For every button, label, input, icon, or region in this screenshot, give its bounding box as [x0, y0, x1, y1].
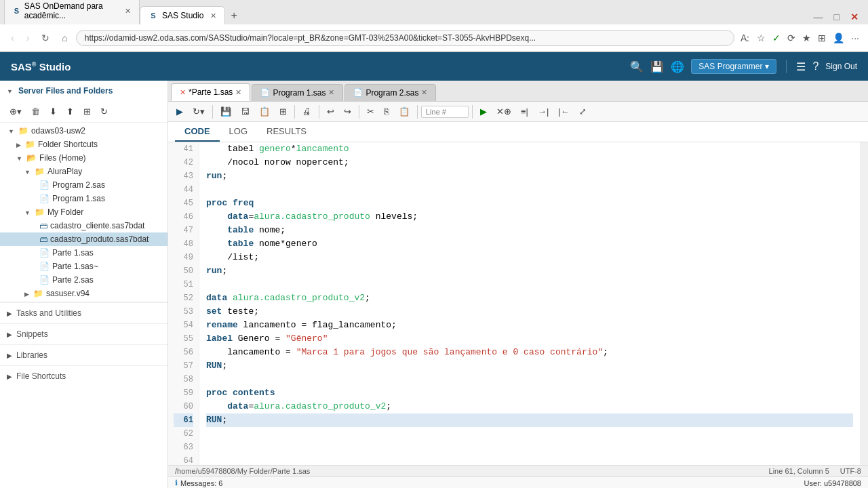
browser-tab-1-close[interactable]: ✕ [125, 7, 131, 16]
folder-shortcuts-chevron [16, 140, 22, 149]
profile-btn[interactable]: 👤 [831, 30, 846, 45]
server-files-header[interactable]: Server Files and Folders [0, 81, 167, 101]
expand-btn[interactable]: ⤢ [575, 104, 591, 119]
subtab-results[interactable]: RESULTS [257, 122, 316, 142]
server-files-label: Server Files and Folders [18, 86, 113, 96]
aluraplay-item[interactable]: 📁 AluraPlay [0, 165, 167, 178]
collections-btn[interactable]: ⊞ [816, 30, 828, 45]
address-bar[interactable]: https://odamid-usw2.oda.sas.com/SASStudi… [76, 30, 734, 46]
indent-btn[interactable]: →| [534, 104, 553, 119]
subtab-code[interactable]: CODE [175, 122, 220, 142]
star-btn[interactable]: ★ [800, 30, 813, 45]
search-icon[interactable]: 🔍 [630, 60, 644, 73]
libraries-label: Libraries [16, 350, 47, 360]
editor-tab-program2[interactable]: 📄 Program 2.sas ✕ [344, 84, 436, 101]
delete-btn[interactable]: 🗑 [27, 104, 44, 119]
run-program-btn[interactable]: ▶ [476, 104, 491, 119]
cut-btn[interactable]: ✂ [363, 104, 378, 119]
browser-tab-1[interactable]: S SAS OnDemand para acadêmic... ✕ [4, 0, 140, 24]
stop-btn[interactable]: ✕⊕ [492, 104, 515, 119]
code-content[interactable]: tabel genero*lancamento /nocol norow nop… [199, 142, 860, 465]
favorites-btn[interactable]: ☆ [755, 30, 768, 45]
snippets-section[interactable]: ▶ Snippets [0, 323, 167, 344]
upload-btn[interactable]: ⬆ [62, 104, 78, 119]
close-window-btn[interactable]: ✕ [846, 9, 863, 24]
tree-root[interactable]: 📁 odaws03-usw2 [0, 124, 167, 138]
save-as-btn[interactable]: 📋 [255, 104, 274, 119]
browser-nav-bar: ‹ › ↻ ⌂ https://odamid-usw2.oda.sas.com/… [0, 24, 868, 52]
tasks-label: Tasks and Utilities [16, 308, 81, 318]
line-number-input[interactable] [421, 106, 469, 118]
files-home-item[interactable]: 📂 Files (Home) [0, 151, 167, 165]
home-btn[interactable]: ⌂ [58, 30, 71, 45]
read-aloud-btn[interactable]: Aː [738, 30, 752, 45]
editor-tab-program1[interactable]: 📄 Program 1.sas ✕ [252, 84, 343, 101]
menu-icon[interactable]: ☰ [796, 60, 806, 73]
vertical-scrollbar[interactable] [860, 142, 868, 465]
editor-tab-parte1[interactable]: ✕ *Parte 1.sas ✕ [171, 83, 250, 101]
folder-shortcuts-item[interactable]: 📁 Folder Shortcuts [0, 138, 167, 151]
undo-btn[interactable]: ↩ [323, 104, 338, 119]
parte2-item[interactable]: 📄 Parte 2.sas [0, 273, 167, 287]
code-line-54: rename lancamento = flag_lancamento; [206, 319, 853, 332]
libraries-section[interactable]: ▶ Libraries [0, 344, 167, 365]
cadastro-cliente-item[interactable]: 🗃 cadastro_cliente.sas7bdat [0, 219, 167, 232]
my-folder-chevron [24, 207, 32, 217]
code-line-64 [206, 454, 853, 465]
aluraplay-label: AluraPlay [47, 167, 82, 176]
refresh-btn[interactable]: ↻ [37, 30, 54, 45]
sas-programmer-btn[interactable]: SAS Programmer ▾ [691, 59, 776, 74]
cadastro-produto-item[interactable]: 🗃 cadastro_produto.sas7bdat [0, 232, 167, 246]
download-btn[interactable]: ⬇ [45, 104, 61, 119]
browser-tab-2-close[interactable]: ✕ [210, 12, 216, 20]
parte1-sas-item[interactable]: 📄 Parte 1.sas [0, 246, 167, 260]
editor-tab-bar: ✕ *Parte 1.sas ✕ 📄 Program 1.sas ✕ 📄 Pro… [168, 81, 868, 102]
file-shortcuts-section[interactable]: ▶ File Shortcuts [0, 365, 167, 386]
tasks-utilities-section[interactable]: ▶ Tasks and Utilities [0, 302, 167, 323]
refresh-sidebar-btn[interactable]: ↻ [96, 104, 112, 119]
format-btn[interactable]: ≡| [517, 104, 532, 119]
copy-btn[interactable]: ⎘ [380, 104, 393, 119]
redo-btn[interactable]: ↪ [340, 104, 355, 119]
save-file-btn[interactable]: 💾 [216, 104, 235, 119]
code-line-49: /list; [206, 251, 853, 264]
file-path-bar: /home/u59478808/My Folder/Parte 1.sas Li… [168, 465, 868, 476]
submit-btn[interactable]: ⊞ [275, 104, 291, 119]
sasuser-item[interactable]: 📁 sasuser.v94 [0, 287, 167, 300]
run-btn[interactable]: ▶ [172, 104, 187, 119]
my-folder-item[interactable]: 📁 My Folder [0, 205, 167, 219]
code-editor[interactable]: 41 42 43 44 45 46 47 48 49 50 51 52 53 5… [168, 142, 868, 465]
save-icon[interactable]: 💾 [650, 60, 664, 73]
editor-tab-program2-close[interactable]: ✕ [421, 88, 427, 97]
grid-btn[interactable]: ⊞ [79, 104, 95, 119]
print-btn[interactable]: 🖨 [298, 104, 315, 119]
new-item-btn[interactable]: ⊕▾ [5, 104, 26, 119]
outdent-btn[interactable]: |← [554, 104, 573, 119]
editor-toolbar: ▶ ↻▾ 💾 🖫 📋 ⊞ 🖨 ↩ ↪ ✂ ⎘ 📋 ▶ ✕ [168, 102, 868, 122]
maximize-btn[interactable]: □ [830, 9, 844, 24]
files-home-icon: 📂 [26, 153, 37, 163]
cursor-position: Line 61, Column 5 [769, 467, 829, 475]
back-btn[interactable]: ‹ [7, 30, 18, 45]
editor-tab-parte1-close[interactable]: ✕ [235, 88, 241, 97]
paste-btn[interactable]: 📋 [395, 104, 414, 119]
sign-out-btn[interactable]: Sign Out [825, 62, 857, 71]
new-tab-button[interactable]: + [225, 7, 242, 24]
aluraplay-icon: 📁 [35, 167, 45, 176]
program2-item[interactable]: 📄 Program 2.sas [0, 178, 167, 192]
minimize-btn[interactable]: — [810, 9, 827, 24]
globe-icon[interactable]: 🌐 [671, 60, 684, 73]
settings-btn[interactable]: ··· [849, 30, 861, 45]
code-line-53: set teste; [206, 305, 853, 319]
code-line-46: data=alura.cadastro_produto nlevels; [206, 210, 853, 224]
save-all-btn[interactable]: 🖫 [237, 104, 254, 119]
help-icon[interactable]: ? [812, 60, 818, 73]
forward-btn[interactable]: › [22, 30, 34, 45]
sync-btn[interactable]: ⟳ [785, 30, 797, 45]
editor-tab-program1-close[interactable]: ✕ [328, 88, 334, 97]
subtab-log[interactable]: LOG [220, 122, 257, 142]
parte1-tilde-item[interactable]: 📄 Parte 1.sas~ [0, 260, 167, 273]
browser-tab-2[interactable]: S SAS Studio ✕ [140, 6, 225, 24]
program1-item[interactable]: 📄 Program 1.sas [0, 192, 167, 205]
run-options-btn[interactable]: ↻▾ [189, 104, 209, 119]
